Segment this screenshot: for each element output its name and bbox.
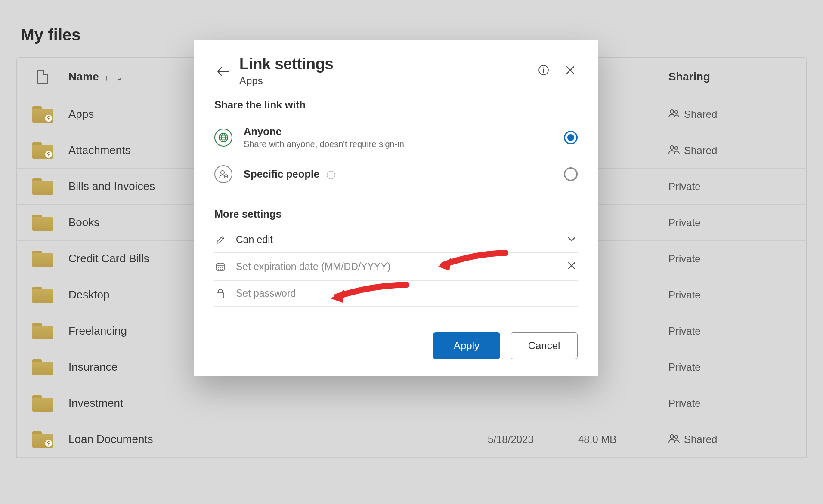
cancel-button[interactable]: Cancel (511, 332, 578, 359)
info-icon[interactable]: i (327, 171, 335, 179)
apply-button[interactable]: Apply (433, 332, 500, 359)
dialog-title: Link settings (239, 55, 536, 73)
globe-icon (214, 129, 232, 147)
back-button[interactable] (214, 63, 232, 80)
dialog-subtitle: Apps (239, 75, 536, 87)
svg-point-19 (222, 269, 223, 270)
specific-title: Specific people i (244, 168, 564, 180)
expiration-placeholder: Set expiration date (MM/DD/YYYY) (236, 261, 566, 273)
more-settings-label: More settings (214, 208, 578, 220)
info-button[interactable] (536, 63, 551, 77)
svg-point-14 (218, 267, 219, 268)
anyone-desc: Share with anyone, doesn't require sign-… (244, 139, 564, 149)
dialog-header: Link settings Apps (214, 55, 578, 87)
password-input-row[interactable]: Set password (214, 281, 578, 307)
svg-rect-8 (543, 69, 544, 73)
person-add-icon (214, 165, 232, 183)
radio-anyone[interactable] (564, 131, 578, 144)
lock-icon (214, 289, 226, 299)
calendar-icon (214, 261, 226, 272)
svg-rect-20 (217, 293, 224, 298)
svg-point-15 (220, 267, 221, 268)
permission-label: Can edit (236, 234, 566, 246)
share-option-anyone[interactable]: Anyone Share with anyone, doesn't requir… (214, 118, 578, 157)
info-icon (538, 65, 549, 76)
close-icon (566, 65, 575, 75)
svg-point-17 (218, 269, 219, 270)
pencil-icon (214, 235, 226, 245)
anyone-title: Anyone (244, 126, 564, 138)
clear-expiration-button[interactable] (566, 260, 578, 274)
expiration-input-row[interactable]: Set expiration date (MM/DD/YYYY) (214, 253, 578, 281)
share-with-label: Share the link with (214, 99, 578, 111)
svg-point-16 (222, 267, 223, 268)
share-option-specific[interactable]: Specific people i (214, 157, 578, 191)
chevron-down-icon[interactable] (566, 234, 578, 246)
password-placeholder: Set password (236, 288, 578, 299)
svg-point-7 (543, 68, 545, 69)
arrow-left-icon (217, 66, 229, 77)
svg-point-18 (220, 269, 221, 270)
svg-point-11 (221, 171, 224, 174)
permission-select[interactable]: Can edit (214, 227, 578, 253)
link-settings-dialog: Link settings Apps Share the link with (194, 40, 598, 376)
radio-specific[interactable] (564, 167, 578, 181)
close-button[interactable] (563, 63, 578, 77)
